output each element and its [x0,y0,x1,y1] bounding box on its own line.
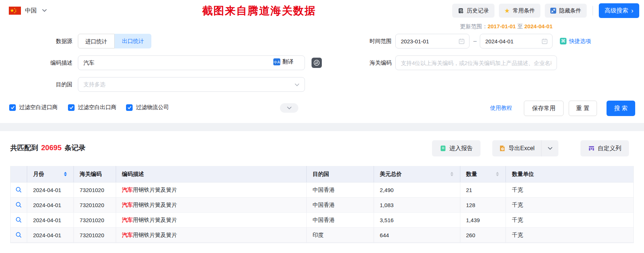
table-row: 2024-04-01 73201020 汽车用钢铁片簧及簧片 中国香港 1,08… [11,198,633,213]
tutorial-link[interactable]: 使用教程 [490,105,512,112]
sort-quantity-control[interactable] [496,172,499,176]
magnifier-icon[interactable] [15,232,22,238]
header-label: 海关编码 [80,171,102,178]
hs-code-label: 海关编码 [333,55,392,70]
filter-blank-exporter-checkbox[interactable]: 过滤空白出口商 [68,104,116,111]
country-selector[interactable]: 中国 [25,6,37,15]
cell-hs-code: 73201020 [74,213,116,227]
description-text: 用钢铁片簧及簧片 [133,217,177,224]
sort-month-control[interactable] [64,172,67,176]
translate-button[interactable]: 中A 翻译 [273,58,294,65]
quick-options-button[interactable]: ⌘ 快捷选项 [560,34,591,48]
checkbox-checked-icon [68,104,75,111]
columns-icon [588,145,595,152]
code-description-input[interactable] [78,55,305,70]
collapse-panel-button[interactable] [280,103,298,113]
customize-columns-label: 自定义列 [598,145,621,152]
filter-logistics-checkbox[interactable]: 过滤物流公司 [126,104,169,111]
reset-button[interactable]: 重 置 [569,101,597,116]
hide-conditions-button[interactable]: 隐藏条件 [545,4,587,18]
section-divider [0,123,644,131]
code-description-label: 编码描述 [14,55,72,70]
update-range-label: 更新范围： [460,23,488,29]
description-text: 用钢铁片簧及簧片 [133,187,177,194]
cell-month: 2024-04-01 [27,182,74,197]
quick-options-label: 快捷选项 [569,38,591,45]
export-excel-group: 导出Excel [492,140,558,156]
header-label: 目的国 [313,171,329,178]
export-options-dropdown[interactable] [541,140,558,156]
sort-usd-control[interactable] [450,172,453,176]
cell-description: 汽车用钢铁片簧及簧片 [116,198,307,212]
tab-export-stats[interactable]: 出口统计 [115,34,151,48]
search-button[interactable]: 搜 索 [607,101,635,116]
cell-unit: 千克 [506,213,633,227]
magnifier-icon[interactable] [15,217,22,223]
keyword-highlight: 汽车 [122,232,133,239]
destination-country-select[interactable]: 支持多选 [78,77,305,92]
update-start-date: 2017-01-01 [488,23,516,29]
header-destination: 目的国 [307,166,374,182]
checkbox-checked-icon [126,104,133,111]
filter-blank-importer-checkbox[interactable]: 过滤空白进口商 [9,104,58,111]
customize-columns-button[interactable]: 自定义列 [580,140,629,156]
favorites-button[interactable]: ★ 常用条件 [499,4,540,18]
advanced-search-button[interactable]: 高级搜索 › [599,3,639,18]
advanced-search-label: 高级搜索 [605,7,628,15]
table-row: 2024-04-01 73201020 汽车用钢铁片簧及簧片 印度 644 26… [11,228,633,243]
time-range-label: 时间范围 [333,34,392,48]
enter-report-button[interactable]: 进入报告 [432,140,481,156]
collapse-icon [550,8,556,14]
excel-icon [499,145,506,152]
report-icon [440,145,446,152]
header-label: 美元总价 [380,171,402,178]
hs-code-input[interactable] [395,55,557,70]
star-icon: ★ [504,8,510,14]
divider [593,6,593,15]
update-end-date: 2024-04-01 [524,23,553,29]
destination-country-placeholder: 支持多选 [83,77,105,91]
header-label: 数量单位 [512,171,534,178]
svg-text:★: ★ [14,11,16,14]
count-suffix: 条记录 [65,144,86,152]
chevron-down-icon[interactable] [42,9,47,12]
cell-month: 2024-04-01 [27,198,74,212]
export-excel-button[interactable]: 导出Excel [492,140,541,156]
export-excel-label: 导出Excel [508,145,535,152]
cell-usd: 1,083 [374,198,460,212]
header-label: 编码描述 [122,171,144,178]
table-row: 2024-04-01 73201020 汽车用钢铁片簧及簧片 中国香港 2,49… [11,182,633,198]
save-conditions-button[interactable]: 保存常用 [524,101,564,116]
hide-conditions-label: 隐藏条件 [559,7,581,14]
destination-country-label: 目的国 [14,77,72,92]
chevron-down-icon [287,106,292,109]
history-label: 历史记录 [467,7,489,14]
end-date-input[interactable] [480,34,553,48]
cell-quantity: 21 [460,182,506,197]
exchange-icon[interactable] [312,58,322,68]
cell-quantity: 128 [460,198,506,212]
magnifier-icon[interactable] [15,187,22,193]
filter-label: 过滤物流公司 [136,104,169,111]
results-count: 共匹配到20695条记录 [10,143,86,153]
start-date-input[interactable] [395,34,469,48]
watermark-text: 截图来自腾道海关数据 [202,4,316,18]
header-month: 月份 [27,166,74,182]
tendata-customs-search-page: ★ ★ ★ ★ ★ 中国 截图来自腾道海关数据 历史记录 ★ [0,0,644,253]
cell-quantity: 260 [460,228,506,242]
svg-text:中A: 中A [274,60,280,64]
tab-import-stats[interactable]: 进口统计 [78,34,115,48]
checkbox-checked-icon [9,104,16,111]
topbar-actions: 历史记录 ★ 常用条件 隐藏条件 高级搜索 › [452,3,639,18]
filter-label: 过滤空白出口商 [78,104,116,111]
table-header-row: 月份 海关编码 编码描述 目的国 美元总价 数量 数量单位 [11,166,633,182]
translate-label: 翻译 [283,58,294,65]
cell-unit: 千克 [506,182,633,197]
history-icon [458,8,464,14]
description-text: 用钢铁片簧及簧片 [133,232,177,239]
cell-unit: 千克 [506,198,633,212]
history-button[interactable]: 历史记录 [452,4,494,18]
search-panel: 更新范围：2017-01-01 至 2024-04-01 数据源 进口统计 出口… [0,21,644,123]
china-flag-icon: ★ ★ ★ ★ ★ [9,7,21,15]
magnifier-icon[interactable] [15,202,22,208]
